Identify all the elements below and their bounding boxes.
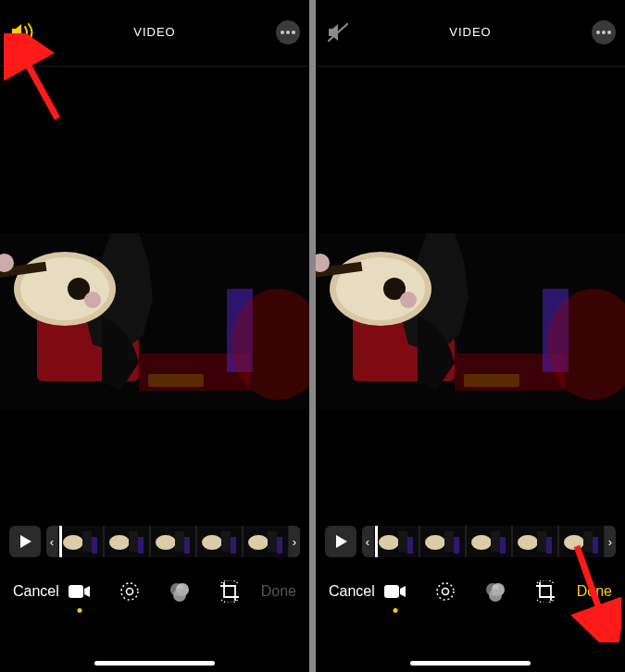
edit-tools bbox=[383, 579, 557, 604]
svg-point-20 bbox=[109, 535, 130, 550]
svg-rect-49 bbox=[464, 374, 519, 387]
crop-tool-button[interactable] bbox=[218, 579, 242, 604]
chevron-right-icon: › bbox=[608, 535, 612, 549]
timeline-thumbnails bbox=[57, 526, 289, 557]
svg-rect-26 bbox=[184, 537, 190, 554]
timeline-thumb bbox=[419, 526, 466, 557]
crop-rotate-icon bbox=[534, 580, 556, 603]
cancel-button[interactable]: Cancel bbox=[329, 583, 377, 600]
timeline-thumb bbox=[512, 526, 558, 557]
adjust-tool-button[interactable] bbox=[118, 579, 142, 604]
trim-handle-left[interactable]: ‹ bbox=[46, 526, 57, 557]
topbar: VIDEO bbox=[0, 0, 309, 67]
svg-rect-72 bbox=[537, 531, 546, 552]
timeline-thumb bbox=[558, 526, 605, 557]
timeline-thumb bbox=[150, 526, 196, 557]
svg-point-14 bbox=[84, 292, 101, 308]
video-tool-button[interactable] bbox=[68, 579, 92, 604]
timeline-thumbnails bbox=[373, 526, 605, 557]
svg-point-36 bbox=[121, 583, 138, 600]
play-icon bbox=[19, 535, 31, 548]
svg-point-24 bbox=[156, 535, 176, 550]
timeline-row: ‹ › bbox=[316, 526, 625, 557]
home-indicator[interactable] bbox=[410, 661, 531, 666]
bottom-toolbar: Cancel bbox=[0, 557, 309, 609]
video-preview[interactable] bbox=[0, 67, 309, 437]
chevron-right-icon: › bbox=[293, 535, 296, 549]
timeline-thumb bbox=[466, 526, 512, 557]
edit-tools bbox=[68, 579, 242, 604]
video-icon bbox=[69, 583, 91, 600]
playhead[interactable] bbox=[375, 526, 378, 557]
svg-rect-34 bbox=[277, 537, 282, 554]
svg-rect-68 bbox=[491, 531, 500, 552]
timeline-scrubber[interactable]: ‹ › bbox=[46, 526, 300, 557]
svg-rect-35 bbox=[69, 585, 83, 598]
svg-rect-78 bbox=[384, 585, 399, 598]
speaker-on-icon bbox=[10, 22, 36, 43]
filters-icon bbox=[484, 580, 506, 603]
filters-icon bbox=[169, 580, 191, 603]
svg-rect-64 bbox=[444, 531, 454, 552]
filters-tool-button[interactable] bbox=[168, 579, 192, 604]
timeline-thumb bbox=[243, 526, 289, 557]
timeline-thumb bbox=[196, 526, 243, 557]
crop-rotate-icon bbox=[219, 580, 241, 603]
cancel-button[interactable]: Cancel bbox=[13, 583, 61, 600]
svg-point-16 bbox=[63, 535, 83, 550]
svg-rect-60 bbox=[398, 531, 407, 552]
svg-rect-22 bbox=[138, 537, 144, 554]
svg-point-32 bbox=[248, 535, 269, 550]
svg-rect-76 bbox=[583, 531, 593, 552]
timeline-scrubber[interactable]: ‹ › bbox=[362, 526, 616, 557]
svg-point-59 bbox=[379, 535, 399, 550]
adjust-tool-button[interactable] bbox=[433, 579, 457, 604]
svg-point-71 bbox=[518, 535, 538, 550]
svg-point-40 bbox=[173, 589, 186, 602]
svg-rect-73 bbox=[546, 537, 552, 554]
chevron-left-icon: ‹ bbox=[50, 535, 54, 549]
home-indicator[interactable] bbox=[94, 661, 215, 666]
more-button[interactable] bbox=[592, 20, 616, 44]
preview-frame bbox=[0, 233, 309, 409]
done-button[interactable]: Done bbox=[248, 583, 296, 600]
more-icon bbox=[281, 31, 295, 34]
svg-rect-65 bbox=[454, 537, 459, 554]
svg-point-75 bbox=[564, 535, 584, 550]
video-tool-button[interactable] bbox=[383, 579, 407, 604]
chevron-left-icon: ‹ bbox=[366, 535, 369, 549]
svg-rect-18 bbox=[92, 537, 97, 554]
filters-tool-button[interactable] bbox=[483, 579, 507, 604]
trim-handle-right[interactable]: › bbox=[289, 526, 300, 557]
video-preview[interactable] bbox=[316, 67, 625, 437]
adjust-icon bbox=[119, 580, 141, 603]
done-button[interactable]: Done bbox=[564, 583, 612, 600]
play-button[interactable] bbox=[325, 526, 356, 557]
svg-rect-6 bbox=[148, 374, 204, 387]
svg-point-0 bbox=[281, 31, 284, 34]
bottom-toolbar: Cancel bbox=[316, 557, 625, 609]
svg-rect-61 bbox=[407, 537, 413, 554]
svg-rect-77 bbox=[593, 537, 598, 554]
svg-rect-69 bbox=[500, 537, 506, 554]
trim-handle-left[interactable]: ‹ bbox=[362, 526, 373, 557]
svg-point-28 bbox=[202, 535, 222, 550]
play-button[interactable] bbox=[9, 526, 41, 557]
svg-rect-29 bbox=[221, 531, 231, 552]
trim-handle-right[interactable]: › bbox=[605, 526, 616, 557]
more-button[interactable] bbox=[276, 20, 300, 44]
screen-title: VIDEO bbox=[449, 25, 491, 39]
video-editor-screen-right: VIDEO bbox=[316, 0, 625, 672]
svg-point-43 bbox=[596, 31, 600, 34]
svg-rect-30 bbox=[231, 537, 236, 554]
play-icon bbox=[334, 535, 347, 548]
sound-toggle-button[interactable] bbox=[9, 19, 37, 46]
playhead[interactable] bbox=[59, 526, 62, 557]
crop-tool-button[interactable] bbox=[533, 579, 557, 604]
svg-point-79 bbox=[437, 583, 454, 600]
svg-point-57 bbox=[400, 292, 417, 308]
svg-point-83 bbox=[489, 589, 502, 602]
video-editor-screen-left: VIDEO bbox=[0, 0, 309, 672]
svg-point-45 bbox=[607, 31, 611, 34]
sound-toggle-button[interactable] bbox=[325, 19, 353, 46]
